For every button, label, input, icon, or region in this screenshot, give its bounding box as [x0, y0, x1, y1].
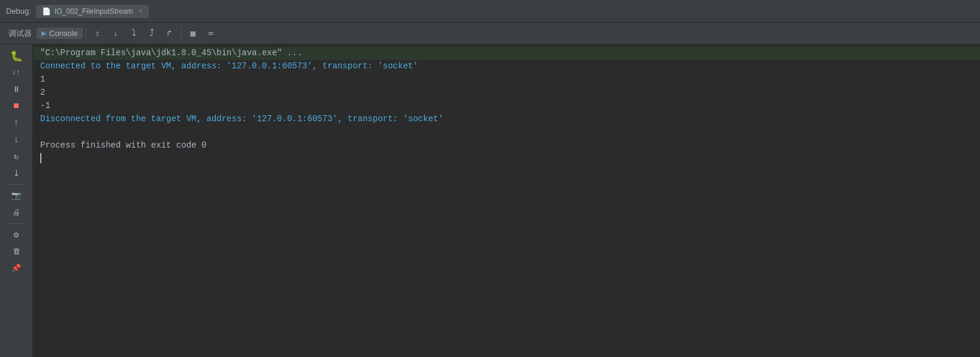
debug-label: Debug: — [6, 7, 31, 16]
console-line-command-text: "C:\Program Files\java\jdk1.8.0_45\bin\j… — [40, 47, 302, 59]
restore-layout-button[interactable]: ⇧ — [89, 26, 106, 41]
toolbar-sep-1 — [86, 28, 86, 40]
trash-sidebar-btn[interactable]: 🗑 — [7, 244, 25, 259]
camera-sidebar-btn[interactable]: 📷 — [7, 188, 25, 203]
sidebar: 🐛 ↓↑ ⏸ ■ ↑ ↓ ↻ ⤓ 📷 🖨 ⚙ 🗑 📌 — [0, 44, 33, 357]
resume-sidebar-btn[interactable]: ↓↑ — [7, 65, 25, 80]
console-line-connected-text: Connected to the target VM, address: '12… — [40, 61, 418, 73]
bug-sidebar-btn[interactable]: 🐛 — [7, 48, 25, 64]
console-line-1: 1 — [33, 73, 980, 86]
down-step-sidebar-btn[interactable]: ⤓ — [7, 166, 25, 181]
tab-file-icon: 📄 — [42, 7, 51, 16]
console-line-disconnected-text: Disconnected from the target VM, address… — [40, 113, 443, 125]
console-line-2: 2 — [33, 86, 980, 100]
force-sidebar-btn[interactable]: ↻ — [7, 149, 25, 164]
evaluate-button[interactable]: ▦ — [185, 26, 202, 41]
gear-sidebar-btn[interactable]: ⚙ — [7, 227, 25, 242]
console-cursor-line — [33, 152, 980, 164]
console-line-command: "C:\Program Files\java\jdk1.8.0_45\bin\j… — [33, 47, 980, 60]
main-layout: 🐛 ↓↑ ⏸ ■ ↑ ↓ ↻ ⤓ 📷 🖨 ⚙ 🗑 📌 "C:\Program F… — [0, 44, 980, 357]
sidebar-divider-2 — [9, 223, 23, 224]
toolbar-sep-2 — [181, 28, 182, 40]
step-up-sidebar-btn[interactable]: ↑ — [7, 115, 25, 131]
tab-name: IO_002_FileInputStream — [55, 7, 133, 16]
console-line-neg1-text: -1 — [40, 100, 50, 112]
console-line-finished-text: Process finished with exit code 0 — [40, 140, 206, 152]
console-line-neg1: -1 — [33, 100, 980, 113]
cursor-icon — [40, 153, 41, 163]
console-tab[interactable]: ▶ Console — [37, 28, 83, 39]
console-area[interactable]: "C:\Program Files\java\jdk1.8.0_45\bin\j… — [33, 44, 980, 357]
console-line-finished: Process finished with exit code 0 — [33, 139, 980, 152]
console-line-empty — [33, 126, 980, 139]
pin-sidebar-btn[interactable]: 📌 — [7, 260, 25, 276]
step-over-button[interactable]: ↓ — [107, 26, 124, 41]
debugger-label[interactable]: 调试器 — [5, 28, 35, 39]
console-line-1-text: 1 — [40, 74, 45, 86]
toolbar: 调试器 ▶ Console ⇧ ↓ ⤵ ⤴ ↱ ▦ ≔ — [0, 23, 980, 44]
debug-tab[interactable]: 📄 IO_002_FileInputStream × — [36, 5, 149, 18]
stop-sidebar-btn[interactable]: ■ — [7, 98, 25, 114]
title-bar: Debug: 📄 IO_002_FileInputStream × — [0, 0, 980, 23]
console-line-connected: Connected to the target VM, address: '12… — [33, 60, 980, 73]
console-line-2-text: 2 — [40, 87, 45, 99]
run-to-cursor-button[interactable]: ↱ — [161, 26, 178, 41]
pause-sidebar-btn[interactable]: ⏸ — [7, 82, 25, 97]
console-tab-icon: ▶ — [41, 29, 46, 37]
print-sidebar-btn[interactable]: 🖨 — [7, 205, 25, 220]
console-tab-label: Console — [49, 29, 78, 38]
step-into-button[interactable]: ⤵ — [125, 26, 142, 41]
sidebar-divider-1 — [9, 184, 23, 185]
console-line-disconnected: Disconnected from the target VM, address… — [33, 113, 980, 126]
settings-button[interactable]: ≔ — [203, 26, 220, 41]
step-down-sidebar-btn[interactable]: ↓ — [7, 132, 25, 148]
step-out-button[interactable]: ⤴ — [143, 26, 160, 41]
tab-close-icon[interactable]: × — [139, 8, 143, 14]
